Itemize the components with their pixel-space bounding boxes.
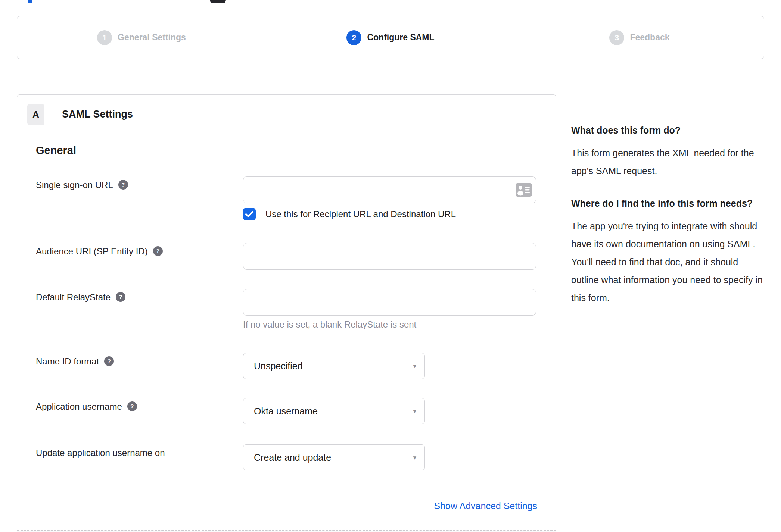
help-body-what: This form generates the XML needed for t… bbox=[571, 144, 766, 180]
help-heading-what: What does this form do? bbox=[571, 122, 766, 138]
help-icon[interactable]: ? bbox=[153, 246, 163, 256]
configure-saml-page: 1 General Settings 2 Configure SAML 3 Fe… bbox=[0, 0, 781, 532]
help-panel: What does this form do? This form genera… bbox=[571, 122, 766, 322]
name-id-format-label: Name ID format ? bbox=[36, 356, 114, 367]
audience-uri-input[interactable] bbox=[243, 243, 536, 270]
checkmark-icon bbox=[245, 211, 253, 218]
section-a-badge: A bbox=[27, 104, 44, 125]
select-value: Okta username bbox=[254, 406, 318, 417]
contact-card-autofill-icon[interactable] bbox=[516, 183, 532, 198]
card-title: SAML Settings bbox=[62, 109, 133, 120]
step-number-badge: 3 bbox=[609, 30, 624, 45]
name-id-format-select[interactable]: Unspecified ▾ bbox=[243, 353, 425, 379]
step-number-badge: 2 bbox=[346, 30, 361, 45]
step-label: General Settings bbox=[118, 32, 186, 43]
step-label: Feedback bbox=[630, 32, 669, 43]
help-body-where: The app you're trying to integrate with … bbox=[571, 217, 766, 307]
show-advanced-settings-link[interactable]: Show Advanced Settings bbox=[434, 501, 537, 511]
chevron-down-icon: ▾ bbox=[413, 407, 416, 415]
step-number-badge: 1 bbox=[97, 30, 112, 45]
step-feedback[interactable]: 3 Feedback bbox=[515, 16, 764, 59]
clipped-app-logo-fragment bbox=[210, 0, 226, 3]
help-icon[interactable]: ? bbox=[104, 356, 114, 366]
update-username-on-select[interactable]: Create and update ▾ bbox=[243, 444, 425, 470]
recipient-url-checkbox-label: Use this for Recipient URL and Destinati… bbox=[265, 208, 456, 220]
help-heading-where: Where do I find the info this form needs… bbox=[571, 195, 766, 211]
select-value: Unspecified bbox=[254, 361, 303, 372]
chevron-down-icon: ▾ bbox=[413, 454, 416, 461]
default-relaystate-label: Default RelayState ? bbox=[36, 292, 125, 303]
step-general-settings[interactable]: 1 General Settings bbox=[17, 16, 266, 59]
clipped-header-fragment bbox=[28, 0, 32, 3]
wizard-stepper: 1 General Settings 2 Configure SAML 3 Fe… bbox=[17, 16, 764, 59]
audience-uri-label: Audience URI (SP Entity ID) ? bbox=[36, 246, 163, 257]
saml-settings-card: A SAML Settings General Single sign-on U… bbox=[17, 94, 556, 532]
general-section-heading: General bbox=[36, 144, 76, 157]
sso-url-label: Single sign-on URL ? bbox=[36, 179, 128, 191]
select-value: Create and update bbox=[254, 452, 331, 463]
application-username-label: Application username ? bbox=[36, 401, 137, 412]
relaystate-hint: If no value is set, a blank RelayState i… bbox=[243, 319, 416, 330]
recipient-url-checkbox[interactable] bbox=[243, 208, 256, 220]
update-username-on-label: Update application username on bbox=[36, 447, 165, 459]
application-username-select[interactable]: Okta username ▾ bbox=[243, 398, 425, 424]
sso-url-input[interactable] bbox=[243, 176, 536, 203]
step-label: Configure SAML bbox=[367, 32, 434, 43]
help-icon[interactable]: ? bbox=[116, 292, 125, 302]
step-configure-saml[interactable]: 2 Configure SAML bbox=[266, 16, 515, 59]
default-relaystate-input[interactable] bbox=[243, 289, 536, 316]
help-icon[interactable]: ? bbox=[118, 180, 128, 190]
chevron-down-icon: ▾ bbox=[413, 362, 416, 370]
help-icon[interactable]: ? bbox=[127, 401, 137, 411]
